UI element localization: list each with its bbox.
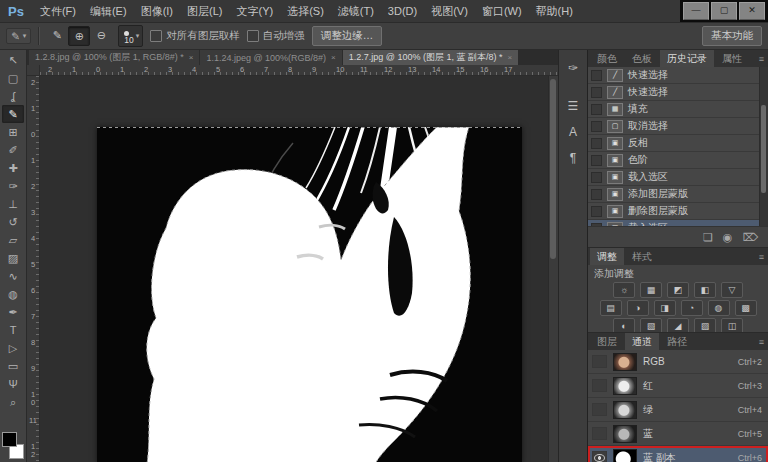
close-icon[interactable]: × bbox=[189, 53, 194, 62]
history-state-row[interactable]: ▣ 删除图层蒙版 bbox=[588, 203, 768, 220]
menu-item[interactable]: 帮助(H) bbox=[529, 0, 580, 22]
auto-enhance-checkbox[interactable]: 自动增强 bbox=[247, 29, 305, 43]
menu-item[interactable]: 窗口(W) bbox=[475, 0, 529, 22]
adjustment-icon[interactable]: ☼ bbox=[613, 282, 635, 298]
vertical-ruler[interactable]: 210123456789101112 bbox=[27, 76, 40, 462]
scrollbar-thumb[interactable] bbox=[761, 105, 766, 193]
horizontal-ruler[interactable]: 2101234567891011121314151617 bbox=[40, 65, 558, 76]
selection-mode-button[interactable]: ⊕ bbox=[68, 26, 90, 46]
tool-button[interactable]: Ψ bbox=[2, 375, 24, 393]
history-state-row[interactable]: ▣ 反相 bbox=[588, 135, 768, 152]
channel-row[interactable]: 蓝 副本 Ctrl+6 bbox=[588, 446, 768, 462]
panel-tab[interactable]: 路径 bbox=[660, 333, 694, 350]
collapsed-panel-icon[interactable]: ¶ bbox=[562, 148, 584, 168]
close-icon[interactable]: × bbox=[331, 53, 336, 62]
tool-button[interactable]: ✑ bbox=[2, 177, 24, 195]
history-state-row[interactable]: ▣ 添加图层蒙版 bbox=[588, 186, 768, 203]
history-source-well[interactable] bbox=[591, 70, 602, 81]
history-source-well[interactable] bbox=[591, 121, 602, 132]
canvas-viewport[interactable] bbox=[40, 76, 558, 462]
tool-button[interactable]: ✚ bbox=[2, 159, 24, 177]
tool-button[interactable]: ▷ bbox=[2, 339, 24, 357]
document-tab[interactable]: 1.2.8.jpg @ 100% (图层 1, RGB/8#) * × bbox=[29, 50, 199, 65]
history-footer-icon[interactable]: ◉ bbox=[723, 231, 733, 244]
channel-row[interactable]: 蓝 Ctrl+5 bbox=[588, 422, 768, 446]
tool-button[interactable]: ▭ bbox=[2, 357, 24, 375]
panel-menu-icon[interactable]: ≡ bbox=[759, 50, 768, 67]
tool-button[interactable]: T bbox=[2, 321, 24, 339]
menu-item[interactable]: 视图(V) bbox=[424, 0, 475, 22]
close-icon[interactable]: × bbox=[507, 53, 512, 62]
menu-item[interactable]: 滤镜(T) bbox=[331, 0, 381, 22]
document-tab[interactable]: 1.1.24.jpeg @ 100%(RGB/8#) × bbox=[200, 50, 341, 65]
collapsed-panel-icon[interactable]: A bbox=[562, 122, 584, 142]
history-source-well[interactable] bbox=[591, 172, 602, 183]
document-tab[interactable]: 1.2.7.jpg @ 100% (图层 1, 蓝 副本/8) * × bbox=[343, 50, 518, 65]
tool-button[interactable]: ʆ bbox=[2, 87, 24, 105]
collapsed-panel-icon[interactable]: ✑ bbox=[562, 58, 584, 78]
window-control-button[interactable]: — bbox=[683, 2, 709, 20]
window-control-button[interactable]: ▢ bbox=[711, 2, 737, 20]
tool-button[interactable]: ✒ bbox=[2, 303, 24, 321]
refine-edge-button[interactable]: 调整边缘… bbox=[312, 26, 383, 46]
adjustment-icon[interactable]: ▦ bbox=[640, 282, 662, 298]
panel-menu-icon[interactable]: ≡ bbox=[759, 333, 768, 350]
tool-button[interactable]: ▢ bbox=[2, 69, 24, 87]
panel-tab[interactable]: 图层 bbox=[590, 333, 624, 350]
history-source-well[interactable] bbox=[591, 87, 602, 98]
channel-row[interactable]: 红 Ctrl+3 bbox=[588, 374, 768, 398]
scrollbar-thumb[interactable] bbox=[550, 79, 556, 259]
adjustment-icon[interactable]: ▩ bbox=[735, 300, 757, 316]
history-source-well[interactable] bbox=[591, 155, 602, 166]
history-state-row[interactable]: ╱ 快速选择 bbox=[588, 67, 768, 84]
tool-button[interactable]: ▨ bbox=[2, 249, 24, 267]
adjustment-icon[interactable]: ◔ bbox=[681, 300, 703, 316]
selection-mode-button[interactable]: ⊖ bbox=[91, 26, 111, 44]
tool-button[interactable]: ↖ bbox=[2, 51, 24, 69]
panel-tab[interactable]: 颜色 bbox=[590, 50, 624, 67]
brush-size-picker[interactable]: 10 ▾ bbox=[118, 25, 143, 47]
tool-button[interactable]: ✎ bbox=[2, 105, 24, 123]
panel-tab[interactable]: 历史记录 bbox=[660, 50, 714, 67]
sample-all-layers-checkbox[interactable]: 对所有图层取样 bbox=[150, 29, 240, 43]
tool-button[interactable]: ▱ bbox=[2, 231, 24, 249]
adjustment-icon[interactable]: ◩ bbox=[667, 282, 689, 298]
history-state-row[interactable]: ▦ 填充 bbox=[588, 101, 768, 118]
visibility-toggle[interactable] bbox=[592, 427, 607, 440]
history-state-row[interactable]: ▣ 载入选区 bbox=[588, 220, 768, 226]
panel-tab[interactable]: 通道 bbox=[625, 333, 659, 350]
panel-tab[interactable]: 样式 bbox=[625, 248, 659, 265]
channel-row[interactable]: 绿 Ctrl+4 bbox=[588, 398, 768, 422]
visibility-toggle[interactable] bbox=[592, 451, 607, 462]
tool-button[interactable]: ◍ bbox=[2, 285, 24, 303]
visibility-toggle[interactable] bbox=[592, 379, 607, 392]
history-state-row[interactable]: ╱ 快速选择 bbox=[588, 84, 768, 101]
selection-mode-button[interactable]: ✎ bbox=[47, 26, 67, 44]
window-control-button[interactable]: ✕ bbox=[739, 2, 765, 20]
panel-menu-icon[interactable]: ≡ bbox=[759, 248, 768, 265]
tool-preset-picker[interactable]: ✎ ▾ bbox=[6, 28, 31, 44]
channel-row[interactable]: RGB Ctrl+2 bbox=[588, 350, 768, 374]
tool-button[interactable]: ⌕ bbox=[2, 393, 24, 411]
adjustment-icon[interactable]: ◍ bbox=[708, 300, 730, 316]
panel-tab[interactable]: 调整 bbox=[590, 248, 624, 265]
canvas-artwork[interactable] bbox=[97, 127, 522, 462]
tool-button[interactable]: ⊞ bbox=[2, 123, 24, 141]
adjustment-icon[interactable]: ◧ bbox=[694, 282, 716, 298]
tool-button[interactable]: ↺ bbox=[2, 213, 24, 231]
menu-item[interactable]: 选择(S) bbox=[280, 0, 331, 22]
history-source-well[interactable] bbox=[591, 223, 602, 227]
panel-tab[interactable]: 色板 bbox=[625, 50, 659, 67]
menu-item[interactable]: 图层(L) bbox=[180, 0, 229, 22]
history-source-well[interactable] bbox=[591, 189, 602, 200]
foreground-color-swatch[interactable] bbox=[2, 432, 17, 447]
history-state-row[interactable]: ▢ 取消选择 bbox=[588, 118, 768, 135]
tool-button[interactable]: ⊥ bbox=[2, 195, 24, 213]
menu-item[interactable]: 编辑(E) bbox=[83, 0, 134, 22]
history-footer-icon[interactable]: ❏ bbox=[703, 231, 713, 244]
adjustment-icon[interactable]: ◨ bbox=[654, 300, 676, 316]
menu-item[interactable]: 文件(F) bbox=[33, 0, 83, 22]
history-source-well[interactable] bbox=[591, 138, 602, 149]
adjustment-icon[interactable]: ▽ bbox=[721, 282, 743, 298]
menu-item[interactable]: 文字(Y) bbox=[229, 0, 280, 22]
